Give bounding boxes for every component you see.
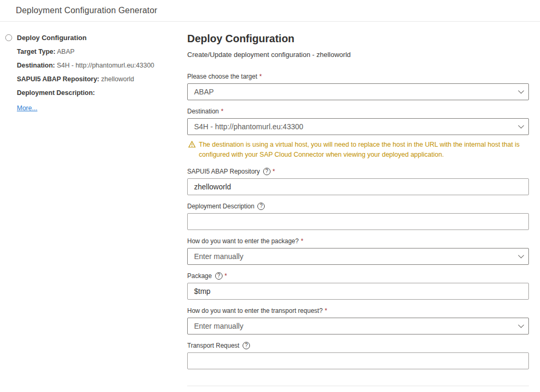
help-icon[interactable]: ? bbox=[263, 168, 271, 175]
destination-warning: The destination is using a virtual host,… bbox=[188, 140, 529, 160]
detail-key: Target Type: bbox=[17, 48, 55, 55]
step-title: Deploy Configuration bbox=[17, 34, 86, 42]
detail-key: Destination: bbox=[17, 62, 55, 69]
description-input[interactable] bbox=[187, 213, 529, 230]
field-package: Package ? * bbox=[187, 272, 529, 300]
chevron-down-icon bbox=[518, 122, 524, 128]
field-repository: SAPUI5 ABAP Repository ? * bbox=[187, 168, 529, 195]
detail-key: SAPUI5 ABAP Repository: bbox=[17, 75, 99, 83]
detail-target-type: Target Type: ABAP bbox=[17, 48, 177, 55]
field-label-row: Package ? * bbox=[187, 272, 529, 280]
field-label: Deployment Description bbox=[187, 203, 254, 210]
detail-value: ABAP bbox=[57, 48, 74, 55]
field-label: How do you want to enter the transport r… bbox=[187, 307, 323, 314]
package-input[interactable] bbox=[187, 283, 529, 300]
page-subtitle: Create/Update deployment configuration -… bbox=[187, 51, 529, 59]
required-marker: * bbox=[225, 272, 227, 280]
detail-value: S4H - http://phantomurl.eu:43300 bbox=[57, 62, 155, 69]
field-destination: Destination * S4H - http://phantomurl.eu… bbox=[187, 108, 529, 160]
help-icon[interactable]: ? bbox=[215, 272, 223, 280]
field-label-row: SAPUI5 ABAP Repository ? * bbox=[187, 168, 529, 175]
field-description: Deployment Description ? bbox=[187, 203, 529, 230]
package-mode-select[interactable]: Enter manually bbox=[187, 248, 529, 265]
help-icon[interactable]: ? bbox=[243, 342, 250, 349]
required-marker: * bbox=[221, 108, 224, 115]
field-label-row: Deployment Description ? bbox=[187, 203, 529, 210]
main-panel: Deploy Configuration Create/Update deplo… bbox=[182, 22, 540, 392]
field-label-row: Transport Request ? bbox=[187, 342, 529, 349]
field-transport-request: Transport Request ? bbox=[187, 342, 529, 369]
chevron-down-icon bbox=[518, 252, 524, 258]
field-transport-mode: How do you want to enter the transport r… bbox=[187, 307, 529, 334]
detail-value: zhelloworld bbox=[101, 75, 134, 83]
detail-key: Deployment Description: bbox=[17, 89, 95, 97]
more-link[interactable]: More... bbox=[17, 104, 37, 112]
step-details: Target Type: ABAP Destination: S4H - htt… bbox=[17, 48, 177, 97]
destination-select[interactable]: S4H - http://phantomurl.eu:43300 bbox=[187, 118, 529, 135]
field-label: Package bbox=[187, 272, 212, 280]
content: Deploy Configuration Target Type: ABAP D… bbox=[0, 22, 540, 392]
warning-icon bbox=[188, 141, 196, 148]
select-value: S4H - http://phantomurl.eu:43300 bbox=[194, 122, 518, 131]
chevron-down-icon bbox=[518, 322, 524, 328]
deploy-form: Please choose the target * ABAP Destinat… bbox=[187, 73, 529, 392]
field-label: Please choose the target bbox=[187, 73, 257, 80]
field-target: Please choose the target * ABAP bbox=[187, 73, 529, 100]
required-marker: * bbox=[301, 237, 303, 245]
warning-text: The destination is using a virtual host,… bbox=[199, 140, 529, 160]
step-radio-icon[interactable] bbox=[5, 34, 12, 41]
chevron-down-icon bbox=[518, 88, 524, 93]
field-package-mode: How do you want to enter the package? * … bbox=[187, 237, 529, 265]
select-value: ABAP bbox=[194, 88, 518, 96]
app-header: Deployment Configuration Generator bbox=[0, 0, 540, 22]
required-marker: * bbox=[259, 73, 262, 80]
transport-mode-select[interactable]: Enter manually bbox=[187, 318, 529, 334]
page-title: Deploy Configuration bbox=[187, 33, 529, 45]
field-label-row: How do you want to enter the package? * bbox=[187, 237, 529, 245]
footer-divider bbox=[187, 386, 529, 386]
required-marker: * bbox=[273, 168, 275, 175]
transport-request-input[interactable] bbox=[187, 352, 529, 369]
select-value: Enter manually bbox=[194, 322, 518, 330]
step-item-deploy-configuration[interactable]: Deploy Configuration bbox=[5, 34, 177, 42]
repository-input[interactable] bbox=[187, 178, 529, 195]
detail-repository: SAPUI5 ABAP Repository: zhelloworld bbox=[17, 75, 177, 83]
help-icon[interactable]: ? bbox=[257, 203, 265, 210]
field-label-row: Please choose the target * bbox=[187, 73, 529, 80]
app-title: Deployment Configuration Generator bbox=[16, 6, 540, 15]
field-label: SAPUI5 ABAP Repository bbox=[187, 168, 260, 175]
detail-destination: Destination: S4H - http://phantomurl.eu:… bbox=[17, 62, 177, 69]
detail-description: Deployment Description: bbox=[17, 89, 177, 97]
field-label-row: How do you want to enter the transport r… bbox=[187, 307, 529, 314]
field-label-row: Destination * bbox=[187, 108, 529, 115]
field-label: How do you want to enter the package? bbox=[187, 237, 298, 245]
field-label: Transport Request bbox=[187, 342, 239, 349]
field-label: Destination bbox=[187, 108, 219, 115]
target-select[interactable]: ABAP bbox=[187, 83, 529, 100]
required-marker: * bbox=[325, 307, 327, 314]
select-value: Enter manually bbox=[194, 252, 518, 261]
steps-sidebar: Deploy Configuration Target Type: ABAP D… bbox=[0, 22, 182, 392]
